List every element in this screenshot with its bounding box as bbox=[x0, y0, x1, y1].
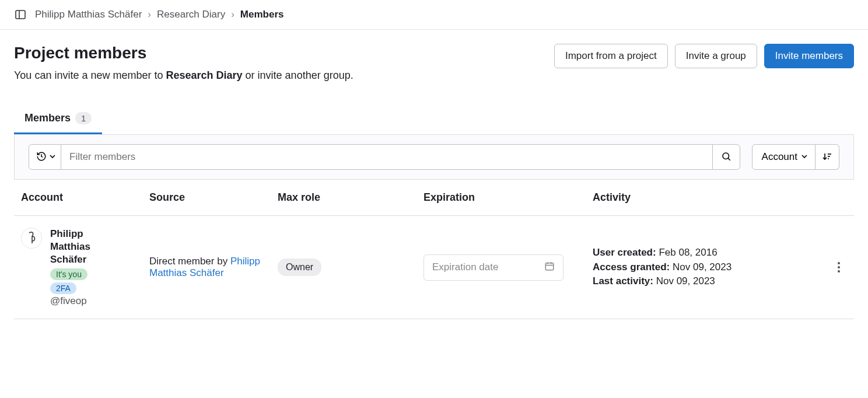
header-actions: Import from a project Invite a group Inv… bbox=[554, 44, 854, 68]
chevron-right-icon: › bbox=[231, 9, 235, 20]
history-icon bbox=[36, 151, 47, 163]
tab-members-label: Members bbox=[24, 112, 71, 124]
members-table: Account Source Max role Expiration Activ… bbox=[14, 180, 854, 319]
filter-members-input[interactable] bbox=[61, 144, 712, 170]
chevron-down-icon bbox=[49, 153, 56, 162]
search-button[interactable] bbox=[712, 144, 740, 170]
page-header: Project members You can invite a new mem… bbox=[14, 44, 854, 82]
sidebar-toggle-icon[interactable] bbox=[14, 8, 27, 21]
breadcrumb-owner[interactable]: Philipp Matthias Schäfer bbox=[35, 9, 142, 20]
access-granted-label: Access granted: bbox=[593, 261, 670, 273]
row-actions-menu[interactable] bbox=[831, 262, 847, 273]
breadcrumb-project[interactable]: Research Diary bbox=[157, 9, 225, 20]
last-activity-value: Nov 09, 2023 bbox=[656, 275, 715, 287]
table-row: Philipp Matthias Schäfer It's you 2FA @f… bbox=[14, 216, 854, 319]
member-name[interactable]: Philipp Matthias Schäfer bbox=[50, 228, 126, 266]
avatar[interactable] bbox=[21, 228, 42, 249]
tabs: Members 1 bbox=[14, 105, 854, 135]
member-source: Direct member by Philipp Matthias Schäfe… bbox=[149, 256, 264, 279]
chevron-down-icon bbox=[801, 151, 808, 163]
user-created-label: User created: bbox=[593, 247, 656, 258]
filter-bar: Account bbox=[14, 135, 854, 180]
svg-rect-8 bbox=[545, 263, 554, 270]
subtitle-suffix: or invite another group. bbox=[243, 69, 354, 81]
sort-direction-button[interactable] bbox=[816, 144, 839, 170]
svg-rect-0 bbox=[16, 11, 25, 19]
sort-dropdown[interactable]: Account bbox=[752, 144, 816, 170]
subtitle-project: Research Diary bbox=[166, 69, 242, 81]
filter-history-button[interactable] bbox=[29, 144, 61, 170]
breadcrumb-current: Members bbox=[240, 9, 284, 20]
th-source: Source bbox=[142, 180, 271, 216]
breadcrumbs: Philipp Matthias Schäfer › Research Diar… bbox=[35, 9, 284, 20]
th-account: Account bbox=[14, 180, 142, 216]
sort-direction-icon bbox=[822, 152, 832, 163]
svg-point-2 bbox=[723, 153, 729, 159]
tab-members[interactable]: Members 1 bbox=[14, 105, 102, 134]
th-max-role: Max role bbox=[271, 180, 416, 216]
role-badge[interactable]: Owner bbox=[278, 259, 321, 276]
tab-members-count: 1 bbox=[75, 112, 92, 124]
page-title: Project members bbox=[14, 44, 354, 62]
source-prefix: Direct member by bbox=[149, 256, 230, 267]
invite-group-button[interactable]: Invite a group bbox=[675, 44, 757, 68]
twofa-badge: 2FA bbox=[50, 282, 76, 294]
chevron-right-icon: › bbox=[148, 9, 151, 20]
expiration-input[interactable]: Expiration date bbox=[424, 254, 564, 281]
sort-label: Account bbox=[762, 151, 797, 163]
activity-info: User created: Feb 08, 2016 Access grante… bbox=[593, 246, 817, 289]
import-from-project-button[interactable]: Import from a project bbox=[554, 44, 668, 68]
last-activity-label: Last activity: bbox=[593, 275, 653, 287]
its-you-badge: It's you bbox=[50, 268, 88, 280]
user-created-value: Feb 08, 2016 bbox=[659, 247, 717, 258]
page-subtitle: You can invite a new member to Research … bbox=[14, 69, 354, 82]
th-activity: Activity bbox=[586, 180, 824, 216]
access-granted-value: Nov 09, 2023 bbox=[673, 261, 732, 273]
invite-members-button[interactable]: Invite members bbox=[764, 44, 854, 68]
search-icon bbox=[721, 151, 732, 163]
member-username[interactable]: @fiveop bbox=[50, 295, 126, 307]
expiration-placeholder: Expiration date bbox=[432, 261, 498, 273]
calendar-icon bbox=[544, 261, 555, 274]
topbar: Philipp Matthias Schäfer › Research Diar… bbox=[0, 0, 868, 30]
svg-line-3 bbox=[728, 158, 730, 160]
subtitle-prefix: You can invite a new member to bbox=[14, 69, 166, 81]
th-expiration: Expiration bbox=[416, 180, 586, 216]
